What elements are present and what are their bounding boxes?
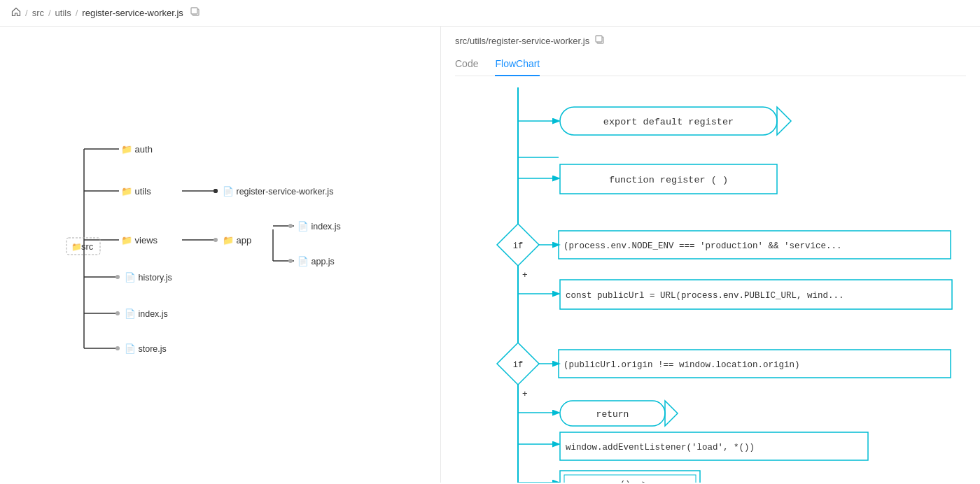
svg-text:📄 app.js: 📄 app.js [298,256,335,267]
svg-text:📁 auth: 📁 auth [121,143,153,155]
fc-node-return[interactable]: return [560,401,678,426]
tree-node-root-index[interactable]: 📄 index.js [115,308,168,320]
tree-node-app[interactable]: 📁 app [214,224,293,263]
flowchart-panel: src/utils/register-service-worker.js Cod… [441,27,980,483]
main-layout: 📁 src 📁 auth 📁 utils [0,27,980,483]
svg-marker-44 [777,107,791,135]
copy-icon[interactable] [190,7,200,19]
svg-text:📄 index.js: 📄 index.js [298,221,341,232]
tab-flowchart[interactable]: FlowChart [495,52,540,76]
fc-node-if-2[interactable]: if (publicUrl.origin !== window.location… [497,343,951,385]
home-icon[interactable] [11,7,21,19]
fc-node-arrow-fn[interactable]: () => [560,471,700,483]
svg-text:📄 history.js: 📄 history.js [125,272,172,283]
svg-text:📁: 📁 [71,241,82,252]
svg-point-31 [115,275,120,279]
tree-node-views[interactable]: 📁 views [121,234,158,246]
svg-text:📄 register-service-worker.js: 📄 register-service-worker.js [223,186,333,197]
svg-text:if: if [513,241,523,251]
svg-point-33 [115,311,120,315]
svg-text:function register ( ): function register ( ) [609,175,728,185]
svg-text:const publicUrl = URL(process.: const publicUrl = URL(process.env.PUBLIC… [566,291,844,301]
svg-point-25 [214,238,218,242]
tree-node-auth[interactable]: 📁 auth [121,143,153,155]
tree-node-app-index[interactable]: 📄 index.js [298,221,341,232]
svg-rect-38 [596,36,602,42]
fc-node-add-event-listener[interactable]: window.addEventListener('load', *()) [560,432,868,460]
flowchart-content: export default register function registe… [441,87,980,483]
svg-text:return: return [596,409,629,420]
svg-text:if: if [513,360,523,370]
tree-node-history[interactable]: 📄 history.js [115,272,172,283]
file-tree-panel: 📁 src 📁 auth 📁 utils [0,27,441,483]
breadcrumb-filename[interactable]: register-service-worker.js [82,8,183,18]
svg-text:📄 index.js: 📄 index.js [125,308,168,320]
breadcrumb: / src / utils / register-service-worker.… [0,0,980,27]
tree-node-register-service-worker[interactable]: 📄 register-service-worker.js [214,186,333,197]
svg-text:(publicUrl.origin !== window.l: (publicUrl.origin !== window.location.or… [564,360,800,370]
svg-text:() =>: () => [620,479,647,483]
svg-text:window.addEventListener('load': window.addEventListener('load', *()) [566,443,755,453]
file-copy-icon[interactable] [595,35,605,47]
svg-text:src: src [81,241,94,252]
svg-text:+: + [522,388,528,399]
svg-point-35 [115,346,120,350]
tab-code[interactable]: Code [455,52,478,76]
file-path-bar: src/utils/register-service-worker.js [455,35,966,47]
svg-text:+: + [522,269,528,280]
fc-node-export[interactable]: export default register [560,107,791,135]
svg-text:📁 app: 📁 app [223,234,251,246]
svg-point-22 [214,189,218,193]
svg-point-27 [288,224,293,228]
tree-node-store[interactable]: 📄 store.js [115,343,167,355]
fc-node-function-register[interactable]: function register ( ) [560,164,777,194]
tabs: Code FlowChart [455,52,966,76]
svg-rect-1 [191,8,197,14]
file-tree: 📁 src 📁 auth 📁 utils [28,41,420,460]
flowchart-header: src/utils/register-service-worker.js Cod… [441,27,980,87]
breadcrumb-utils[interactable]: utils [55,8,71,18]
tree-node-app-app[interactable]: 📄 app.js [298,256,335,267]
svg-text:📁 views: 📁 views [121,234,158,246]
fc-node-const-public-url[interactable]: const publicUrl = URL(process.env.PUBLIC… [560,280,952,309]
svg-text:export default register: export default register [603,117,734,127]
svg-text:📄 store.js: 📄 store.js [125,343,167,355]
svg-marker-72 [665,401,678,426]
fc-node-if-1[interactable]: if (process.env.NODE_ENV === 'production… [497,224,951,266]
svg-text:📁 utils: 📁 utils [121,185,151,197]
file-path-text: src/utils/register-service-worker.js [455,36,589,46]
svg-point-28 [288,259,293,263]
svg-text:(process.env.NODE_ENV === 'pro: (process.env.NODE_ENV === 'production' &… [564,241,842,251]
breadcrumb-src[interactable]: src [32,8,44,18]
